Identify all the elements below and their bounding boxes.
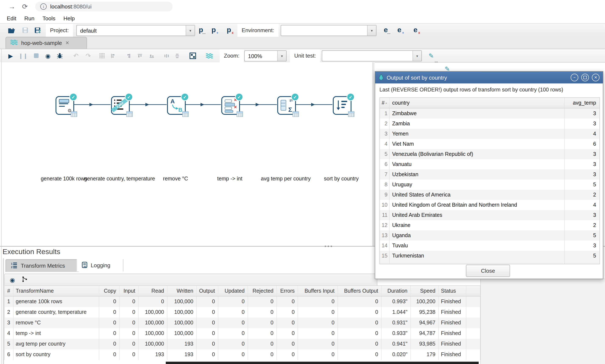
branch-icon[interactable]	[22, 276, 28, 283]
chevron-down-icon[interactable]: ▼	[277, 51, 286, 61]
close-button[interactable]: Close	[466, 265, 510, 277]
align-bottom-icon[interactable]	[147, 49, 156, 62]
environment-select[interactable]: ▼	[281, 25, 376, 36]
pipeline-waves-icon[interactable]	[205, 49, 214, 62]
col-header[interactable]: Read	[139, 286, 167, 296]
table-row[interactable]: 5 avg temp per country 0 0 100,000 193 0…	[5, 339, 480, 349]
project-delete-icon[interactable]: px	[224, 25, 234, 35]
table-row[interactable]: 1 generate 100k rows 0 0 0 100,000 0 0 0…	[5, 297, 480, 307]
transform-label[interactable]: avg temp per country	[261, 176, 311, 182]
close-icon[interactable]: ✕	[592, 74, 600, 81]
stop-icon[interactable]	[31, 49, 41, 62]
canvas-scrollbar[interactable]	[373, 62, 375, 246]
col-header[interactable]: Written	[167, 286, 197, 296]
snap-grid-icon[interactable]	[97, 49, 106, 62]
menu-run[interactable]: Run	[24, 15, 35, 21]
pause-icon[interactable]: ❙❙	[19, 49, 28, 62]
transform-label[interactable]: generate 100k rows	[41, 176, 87, 182]
col-header[interactable]: Input	[120, 286, 139, 296]
dialog-titlebar[interactable]: Output of sort by country − ✕	[375, 72, 603, 83]
chevron-down-icon[interactable]: ▼	[186, 26, 195, 36]
save-icon[interactable]	[20, 24, 30, 37]
align-left-icon[interactable]	[108, 49, 117, 62]
list-item[interactable]: 2 Zambia 3	[380, 118, 600, 129]
distribute-vertical-icon[interactable]	[173, 49, 182, 62]
table-row[interactable]: 6 sort by country 0 0 193 193 0 0 0 0 0 …	[5, 349, 480, 360]
list-item[interactable]: 8 Uruguay 5	[380, 180, 600, 190]
list-item[interactable]: 3 Yemen 4	[380, 129, 600, 139]
col-header[interactable]: Output	[197, 286, 218, 296]
zoom-select[interactable]: 100% ▼	[244, 50, 287, 61]
maximize-icon[interactable]	[581, 74, 589, 81]
bottom-scrollbar[interactable]	[166, 362, 479, 364]
transform-avg-temp-per-country[interactable]: ⇄ Σ ✓	[277, 96, 296, 115]
list-item[interactable]: 7 Uzbekistan 3	[380, 169, 600, 180]
menu-help[interactable]: Help	[63, 15, 75, 21]
preview-grid-badge-icon[interactable]	[182, 111, 189, 117]
align-right-icon[interactable]	[124, 49, 133, 62]
url-bar[interactable]: i localhost:8080/ui	[35, 2, 173, 12]
col-header[interactable]: #	[5, 286, 14, 296]
transform-label[interactable]: generate country, temperature	[84, 176, 155, 182]
splitter-handle[interactable]	[325, 245, 333, 247]
table-row[interactable]: 3 remove °C 0 0 100,000 100,000 0 0 0 0 …	[5, 318, 480, 328]
col-header-country[interactable]: country	[390, 98, 564, 108]
tab-transform-metrics[interactable]: 12 Transform Metrics	[5, 259, 78, 272]
chevron-down-icon[interactable]: ▼	[367, 26, 376, 36]
menu-tools[interactable]: Tools	[43, 15, 55, 21]
col-header[interactable]: Copy	[99, 286, 120, 296]
transform-generate-100k-rows[interactable]: ⚙ ✓	[55, 96, 74, 115]
tab-hop-web-sample[interactable]: hop-web-sample ✕	[5, 37, 87, 49]
col-header[interactable]: Speed	[411, 286, 439, 296]
chevron-down-icon[interactable]: ▼	[412, 51, 421, 61]
preview-grid-badge-icon[interactable]	[292, 111, 299, 117]
table-row[interactable]: 4 temp -> int 0 0 100,000 100,000 0 0 0 …	[5, 328, 480, 339]
project-edit-icon[interactable]: p…	[196, 25, 206, 35]
reload-icon[interactable]: ⟳	[22, 3, 28, 10]
col-header-avg-temp[interactable]: avg_temp	[564, 98, 600, 108]
list-item[interactable]: 5 Venezuela (Bolivarian Republic of) 3	[380, 149, 600, 159]
col-header[interactable]: Buffers Input	[298, 286, 338, 296]
col-header[interactable]: Errors	[277, 286, 298, 296]
save-as-icon[interactable]	[33, 24, 42, 37]
transform-label[interactable]: sort by country	[324, 176, 359, 182]
site-info-icon[interactable]: i	[41, 3, 47, 10]
debug-bug-icon[interactable]	[55, 49, 64, 62]
align-top-icon[interactable]	[135, 49, 145, 62]
list-item[interactable]: 11 United Arab Emirates 3	[380, 210, 600, 220]
transform-label[interactable]: remove °C	[163, 176, 188, 182]
transform-generate-country-temperature[interactable]: Fake ✓	[111, 96, 130, 115]
distribute-horizontal-icon[interactable]	[162, 49, 171, 62]
show-hide-icon[interactable]: ◉	[10, 276, 15, 283]
preview-grid-badge-icon[interactable]	[71, 111, 77, 117]
col-header[interactable]: Buffers Output	[338, 286, 382, 296]
project-select[interactable]: default ▼	[76, 25, 195, 36]
transform-temp-to-int[interactable]: ✕ ✕ ✓	[221, 96, 240, 115]
unit-test-select[interactable]: ▼	[322, 50, 422, 61]
run-icon[interactable]: ▶	[6, 49, 15, 62]
open-file-icon[interactable]	[7, 24, 16, 37]
minimize-icon[interactable]: −	[571, 74, 578, 81]
preview-data-icon[interactable]	[188, 49, 198, 62]
col-header-num[interactable]: #▲	[380, 98, 390, 108]
transform-remove-c[interactable]: A B ✓	[167, 96, 186, 115]
environment-delete-icon[interactable]: ex	[410, 25, 421, 35]
list-item[interactable]: 15 Turkmenistan 5	[380, 251, 600, 261]
project-add-icon[interactable]: p+	[209, 25, 219, 35]
preview-grid-badge-icon[interactable]	[126, 111, 133, 117]
list-item[interactable]: 14 Tuvalu 3	[380, 241, 600, 251]
preview-grid-badge-icon[interactable]	[236, 111, 243, 117]
environment-add-icon[interactable]: e+	[394, 25, 404, 35]
transform-label[interactable]: temp -> int	[217, 176, 243, 182]
undo-icon[interactable]: ↶	[71, 49, 81, 62]
transform-sort-by-country[interactable]: ✓	[333, 96, 351, 115]
list-item[interactable]: 13 Uganda 5	[380, 230, 600, 241]
col-header[interactable]: TransformName	[14, 286, 99, 296]
redo-icon[interactable]: ↷	[83, 49, 93, 62]
preview-icon[interactable]: ◉	[43, 49, 53, 62]
list-item[interactable]: 9 United States of America 2	[380, 190, 600, 200]
environment-edit-icon[interactable]: e…	[381, 25, 391, 35]
menu-edit[interactable]: Edit	[7, 15, 16, 21]
forward-icon[interactable]: →	[9, 3, 15, 10]
list-item[interactable]: 12 Ukraine 2	[380, 220, 600, 230]
